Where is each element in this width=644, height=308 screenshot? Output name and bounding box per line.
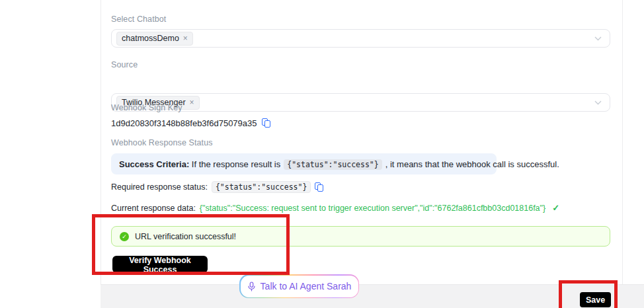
check-circle-icon: ✓ [120, 232, 129, 241]
sign-key-value: 1d9d20830f3148b88feb3f6d75079a35 [111, 118, 257, 128]
chatbot-tag: chatmossDemo × [116, 32, 193, 46]
success-criteria-code: {"status":"success"} [284, 159, 382, 170]
current-response-label: Current response data: [111, 204, 196, 213]
sign-key-label: Webhook Sign Key [111, 103, 182, 112]
checkmark-icon: ✓ [552, 203, 559, 213]
verify-webhook-button[interactable]: Verify Webhook Success [112, 256, 208, 273]
success-criteria-after: , it means that the webhook call is succ… [385, 159, 559, 169]
success-criteria-box: Success Criteria: If the response result… [111, 153, 497, 174]
success-criteria-before: If the response result is [189, 159, 280, 169]
chevron-down-icon[interactable] [594, 98, 602, 106]
webhook-settings-page: Select Chatbot chatmossDemo × Source Twi… [0, 0, 644, 308]
chatbot-select[interactable]: chatmossDemo × [111, 29, 610, 48]
source-select[interactable]: Twilio Messenger × [111, 93, 610, 112]
required-response-label: Required response status: [111, 182, 208, 192]
remove-tag-icon[interactable]: × [190, 98, 194, 108]
chatbot-label: Select Chatbot [111, 15, 166, 24]
footer-bar [101, 284, 644, 308]
current-response-value: {"status":"Success: request sent to trig… [200, 204, 545, 213]
success-criteria-title: Success Criteria: [119, 159, 189, 169]
success-criteria-text: Success Criteria: If the response result… [119, 159, 559, 169]
verification-success-message: URL verification successful! [135, 232, 236, 241]
microphone-icon [247, 282, 256, 291]
response-status-label: Webhook Response Status [111, 138, 213, 147]
copy-icon[interactable] [262, 118, 270, 128]
source-label: Source [111, 60, 138, 69]
copy-icon[interactable] [315, 182, 323, 192]
chevron-down-icon[interactable] [594, 34, 602, 42]
remove-tag-icon[interactable]: × [183, 34, 188, 44]
required-response-code: {"status":"success"} [212, 181, 311, 193]
current-response-row: Current response data: {"status":"Succes… [111, 203, 627, 213]
chatbot-tag-label: chatmossDemo [122, 34, 179, 44]
required-response-row: Required response status: {"status":"suc… [111, 181, 323, 193]
talk-to-agent-button[interactable]: Talk to AI Agent Sarah [239, 274, 359, 298]
sign-key-row: 1d9d20830f3148b88feb3f6d75079a35 [111, 118, 270, 128]
verification-success-alert: ✓ URL verification successful! [111, 226, 610, 247]
save-button[interactable]: Save [580, 292, 611, 307]
talk-to-agent-label: Talk to AI Agent Sarah [261, 281, 352, 291]
